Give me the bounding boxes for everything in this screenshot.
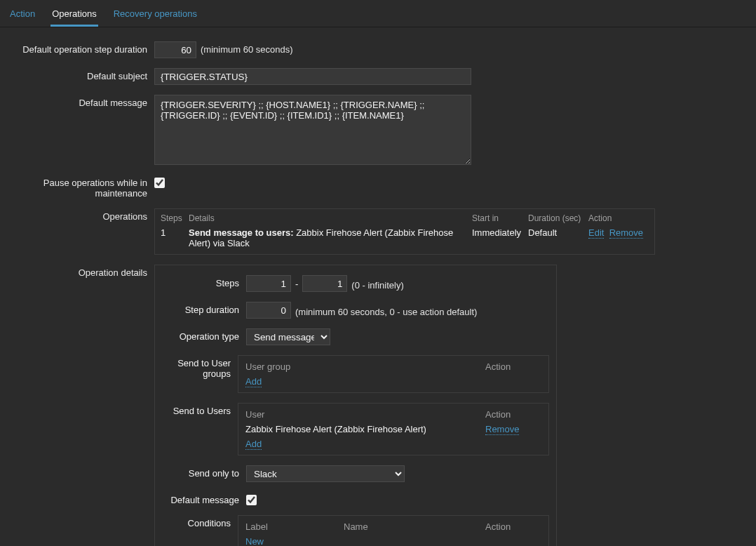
conditions-box: Label Name Action New (238, 515, 549, 546)
default-subject-label: Default subject (7, 68, 154, 81)
default-step-duration-label: Default operation step duration (7, 41, 154, 55)
send-users-add-link[interactable]: Add (245, 439, 262, 450)
steps-separator: - (295, 279, 298, 289)
operations-row-edit-link[interactable]: Edit (588, 227, 604, 239)
send-only-to-label: Send only to (162, 465, 246, 479)
conditions-label: Conditions (162, 515, 238, 528)
operations-row-step: 1 (161, 227, 186, 248)
send-only-to-select[interactable]: Slack (246, 465, 405, 482)
send-user-groups-box: User group Action Add (238, 355, 549, 393)
send-users-box: User Action Zabbix Firehose Alert (Zabbi… (238, 403, 549, 455)
default-step-duration-hint: (minimum 60 seconds) (201, 41, 293, 55)
operation-details-box: Steps - (0 - infinitely) Step duration (… (154, 265, 557, 546)
operations-row-details: Send message to users: Zabbix Firehose A… (189, 227, 469, 248)
operations-col-start: Start in (472, 213, 525, 223)
step-duration-label: Step duration (162, 302, 246, 315)
tab-recovery-operations[interactable]: Recovery operations (112, 6, 198, 27)
steps-hint: (0 - infinitely) (351, 277, 403, 291)
conditions-col-label: Label (245, 521, 344, 532)
steps-label: Steps (162, 275, 246, 288)
operations-row-remove-link[interactable]: Remove (609, 227, 643, 239)
default-message-checkbox-label: Default message (162, 492, 246, 505)
operations-col-details: Details (189, 213, 469, 223)
tab-operations[interactable]: Operations (50, 6, 98, 27)
conditions-new-link[interactable]: New (245, 536, 264, 546)
operations-col-duration: Duration (sec) (528, 213, 586, 223)
operations-label: Operations (7, 208, 154, 222)
steps-to-input[interactable] (302, 275, 347, 292)
send-users-label: Send to Users (162, 403, 238, 416)
operations-row-start: Immediately (472, 227, 525, 248)
default-subject-input[interactable] (154, 68, 471, 85)
operations-row: 1 Send message to users: Zabbix Firehose… (161, 227, 649, 248)
step-duration-hint: (minimum 60 seconds, 0 - use action defa… (295, 304, 477, 317)
send-user-groups-col-group: User group (245, 361, 485, 372)
operation-type-select[interactable]: Send message (246, 328, 330, 345)
conditions-col-action: Action (485, 521, 541, 532)
operations-col-steps: Steps (161, 213, 186, 223)
operations-row-duration: Default (528, 227, 586, 248)
default-message-textarea[interactable]: {TRIGGER.SEVERITY} ;; {HOST.NAME1} ;; {T… (154, 95, 471, 165)
send-user-groups-col-action: Action (485, 361, 541, 372)
default-step-duration-input[interactable] (154, 41, 196, 58)
send-user-groups-add-link[interactable]: Add (245, 376, 262, 387)
pause-maintenance-checkbox[interactable] (154, 178, 165, 188)
operations-table: Steps Details Start in Duration (sec) Ac… (154, 208, 655, 255)
default-message-label: Default message (7, 95, 154, 108)
send-user-groups-label: Send to User groups (162, 355, 238, 379)
step-duration-input[interactable] (246, 302, 291, 319)
pause-maintenance-label: Pause operations while in maintenance (7, 175, 154, 199)
send-users-col-user: User (245, 409, 485, 420)
send-users-row-value: Zabbix Firehose Alert (Zabbix Firehose A… (245, 424, 485, 434)
operation-details-label: Operation details (7, 265, 154, 278)
operation-type-label: Operation type (162, 328, 246, 342)
default-message-checkbox[interactable] (246, 495, 257, 505)
tab-action[interactable]: Action (8, 6, 36, 27)
send-users-col-action: Action (485, 409, 541, 420)
send-users-remove-link[interactable]: Remove (485, 424, 519, 435)
operations-row-details-bold: Send message to users: (189, 227, 294, 238)
conditions-col-name: Name (344, 521, 485, 532)
steps-from-input[interactable] (246, 275, 291, 292)
operations-col-action: Action (588, 213, 649, 223)
